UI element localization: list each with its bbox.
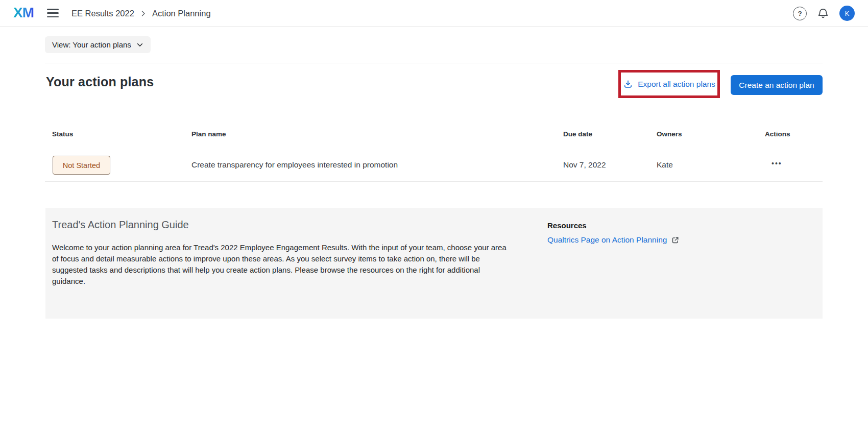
column-header-plan-name: Plan name bbox=[191, 130, 226, 138]
download-icon bbox=[623, 79, 633, 89]
header-divider bbox=[45, 63, 823, 63]
column-header-due-date: Due date bbox=[563, 130, 592, 138]
row-divider bbox=[45, 181, 823, 182]
hamburger-menu-icon[interactable] bbox=[47, 9, 59, 17]
chevron-right-icon bbox=[140, 10, 147, 17]
top-navigation-bar: XM EE Results 2022 Action Planning ? K bbox=[0, 0, 868, 27]
help-icon[interactable]: ? bbox=[793, 7, 807, 20]
breadcrumb-survey[interactable]: EE Results 2022 bbox=[71, 9, 134, 18]
breadcrumb: EE Results 2022 Action Planning bbox=[71, 0, 211, 27]
plan-name-cell[interactable]: Create transparency for employees intere… bbox=[191, 160, 398, 170]
guide-title: Tread's Action Planning Guide bbox=[52, 219, 189, 231]
status-badge: Not Started bbox=[53, 156, 110, 175]
resource-link-label: Qualtrics Page on Action Planning bbox=[547, 235, 667, 245]
action-planning-page: XM EE Results 2022 Action Planning ? K V… bbox=[0, 0, 868, 434]
column-header-actions: Actions bbox=[765, 130, 790, 138]
user-avatar[interactable]: K bbox=[839, 6, 855, 21]
view-selector-dropdown[interactable]: View: Your action plans bbox=[45, 36, 151, 53]
xm-logo[interactable]: XM bbox=[13, 5, 34, 21]
topbar-actions: ? K bbox=[793, 0, 855, 27]
chevron-down-icon bbox=[136, 41, 143, 49]
column-header-owners: Owners bbox=[657, 130, 682, 138]
due-date-cell: Nov 7, 2022 bbox=[563, 160, 606, 170]
view-selector-label: View: Your action plans bbox=[52, 40, 131, 49]
column-header-status: Status bbox=[52, 130, 73, 138]
action-planning-guide-panel: Tread's Action Planning Guide Welcome to… bbox=[45, 208, 823, 319]
export-all-action-plans-button[interactable]: Export all action plans bbox=[621, 73, 717, 95]
external-link-icon bbox=[671, 236, 680, 245]
resources-heading: Resources bbox=[547, 221, 587, 230]
export-button-label: Export all action plans bbox=[638, 80, 715, 89]
qualtrics-action-planning-link[interactable]: Qualtrics Page on Action Planning bbox=[547, 235, 680, 245]
guide-description: Welcome to your action planning area for… bbox=[52, 242, 514, 287]
export-highlight-annotation: Export all action plans bbox=[618, 70, 720, 98]
notifications-bell-icon[interactable] bbox=[816, 7, 830, 20]
row-actions-menu-icon[interactable]: ••• bbox=[768, 156, 785, 171]
breadcrumb-current-page: Action Planning bbox=[152, 9, 211, 18]
page-title: Your action plans bbox=[46, 75, 154, 89]
create-action-plan-button[interactable]: Create an action plan bbox=[731, 75, 823, 95]
owners-cell: Kate bbox=[657, 160, 673, 170]
